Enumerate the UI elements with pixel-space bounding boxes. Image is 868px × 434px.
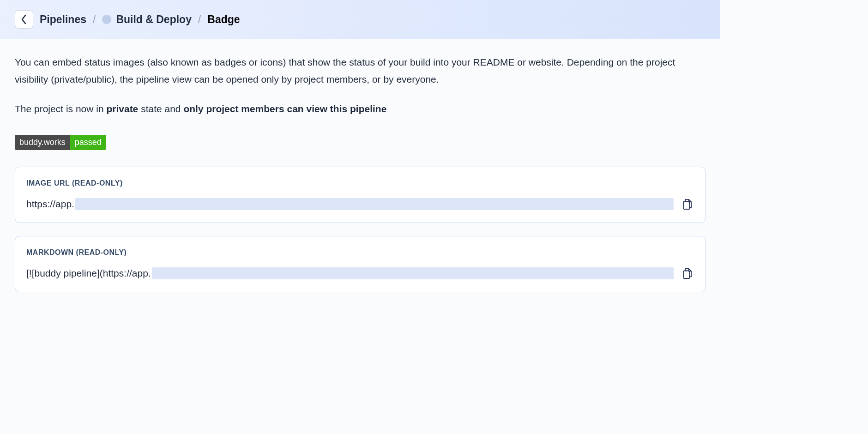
description-text: You can embed status images (also known … <box>15 54 705 88</box>
copy-icon <box>682 198 693 210</box>
image-url-row: https://app. <box>26 198 694 211</box>
image-url-label: IMAGE URL (READ-ONLY) <box>26 179 694 187</box>
image-url-card: IMAGE URL (READ-ONLY) https://app. <box>15 167 705 223</box>
badge-label: buddy.works <box>15 135 70 150</box>
badge-status: passed <box>70 135 106 150</box>
badge-preview: buddy.works passed <box>15 135 106 150</box>
copy-image-url-button[interactable] <box>681 198 694 211</box>
breadcrumb-separator: / <box>198 13 201 26</box>
visibility-text: The project is now in private state and … <box>15 101 705 117</box>
breadcrumb: Pipelines / Build & Deploy / Badge <box>40 13 240 26</box>
page-header: Pipelines / Build & Deploy / Badge <box>0 0 720 39</box>
svg-rect-1 <box>684 271 690 279</box>
svg-rect-0 <box>684 202 690 210</box>
breadcrumb-pipelines[interactable]: Pipelines <box>40 13 86 26</box>
breadcrumb-separator: / <box>93 13 96 26</box>
visibility-who: only project members can view this pipel… <box>183 103 386 114</box>
redacted-block <box>75 198 674 210</box>
markdown-label: MARKDOWN (READ-ONLY) <box>26 248 694 257</box>
markdown-value[interactable]: [![buddy pipeline](https://app. <box>26 267 674 279</box>
status-dot-icon <box>102 15 111 24</box>
breadcrumb-pipeline[interactable]: Build & Deploy <box>102 13 192 26</box>
copy-markdown-button[interactable] <box>681 267 694 280</box>
redacted-block <box>152 267 674 279</box>
image-url-value[interactable]: https://app. <box>26 198 674 210</box>
back-button[interactable] <box>15 10 33 29</box>
markdown-card: MARKDOWN (READ-ONLY) [![buddy pipeline](… <box>15 236 705 292</box>
breadcrumb-pipeline-label: Build & Deploy <box>116 13 192 26</box>
page-content: You can embed status images (also known … <box>0 39 720 320</box>
copy-icon <box>682 267 693 279</box>
markdown-row: [![buddy pipeline](https://app. <box>26 267 694 280</box>
breadcrumb-current: Badge <box>207 13 240 26</box>
visibility-state: private <box>106 103 138 114</box>
chevron-left-icon <box>21 14 27 24</box>
